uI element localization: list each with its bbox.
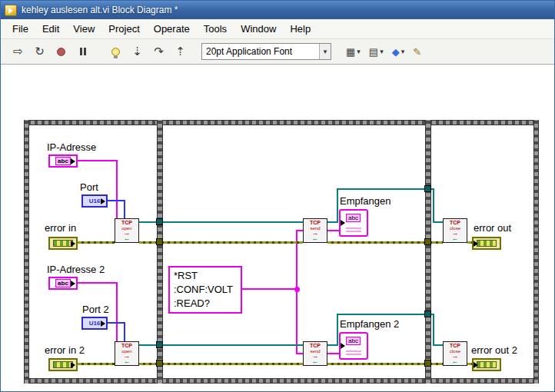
error-in-2-control[interactable]: [48, 358, 78, 371]
title-bar[interactable]: kehley auslesen alt.vi Block Diagram *: [1, 1, 554, 19]
tcp-close-node-1[interactable]: TCP close →←: [443, 218, 467, 243]
lightbulb-icon: [111, 48, 120, 56]
run-continuous-button[interactable]: ↻: [30, 42, 49, 61]
step-into-button[interactable]: ⇣: [128, 42, 147, 61]
wire-ip-string[interactable]: [78, 160, 118, 161]
wire-error-1[interactable]: [78, 241, 115, 244]
wire-port2-numeric[interactable]: [108, 322, 125, 324]
wire-received-string[interactable]: [327, 230, 339, 231]
tcp-arrows-icon: →←: [115, 354, 138, 364]
step-over-button[interactable]: ↷: [149, 42, 168, 61]
menu-view[interactable]: View: [66, 21, 101, 37]
menu-tools[interactable]: Tools: [197, 21, 234, 37]
tunnel[interactable]: [156, 360, 163, 367]
tcp-close-node-2[interactable]: TCP close →←: [443, 341, 467, 366]
block-diagram-canvas[interactable]: IP-Adresse abc Port U16 error in IP-Adre…: [1, 65, 554, 391]
string-control-ip[interactable]: abc: [48, 154, 78, 168]
string-constant-scpi[interactable]: *RST :CONF:VOLT :READ?: [168, 266, 242, 314]
wire-error-2[interactable]: [78, 363, 115, 365]
wire-connection-1[interactable]: [337, 188, 338, 223]
cleanup-diagram-button[interactable]: ✎: [410, 42, 424, 61]
sequence-frame-divider-2[interactable]: [425, 120, 431, 384]
wire-connection-2[interactable]: [433, 344, 443, 346]
wire-error-1[interactable]: [139, 241, 303, 244]
wire-ip2-string[interactable]: [116, 282, 118, 341]
menu-help[interactable]: Help: [283, 21, 317, 37]
labview-icon: [5, 5, 17, 16]
indicator-arrow-icon: [341, 343, 348, 349]
error-in-control[interactable]: [48, 237, 78, 250]
string-control-ip2[interactable]: abc: [48, 277, 78, 290]
wire-connection-1[interactable]: [337, 188, 434, 190]
abort-button[interactable]: [52, 42, 71, 61]
tcp-arrows-icon: →←: [444, 354, 467, 364]
wire-connection-2[interactable]: [433, 314, 434, 346]
wire-ip-string[interactable]: [116, 160, 118, 218]
run-button[interactable]: ⇨: [8, 42, 28, 61]
menu-operate[interactable]: Operate: [147, 21, 197, 37]
wire-command-string[interactable]: [296, 230, 303, 231]
u16-control-port2[interactable]: U16: [81, 317, 108, 330]
step-out-button[interactable]: ⇡: [171, 42, 190, 61]
tunnel[interactable]: [156, 238, 163, 245]
chevron-down-icon[interactable]: ▾: [319, 44, 331, 59]
sequence-border-right[interactable]: [533, 120, 539, 384]
tunnel[interactable]: [424, 360, 431, 367]
sequence-border-top[interactable]: [24, 120, 539, 125]
sequence-border-bottom[interactable]: [24, 378, 539, 384]
menu-bar: File Edit View Project Operate Tools Win…: [1, 19, 554, 39]
pause-button[interactable]: [73, 42, 92, 61]
error-out-indicator[interactable]: [472, 237, 501, 250]
wire-junction-dot[interactable]: [294, 287, 300, 292]
menu-edit[interactable]: Edit: [35, 21, 66, 37]
error-out-2-indicator[interactable]: [472, 358, 501, 371]
tunnel[interactable]: [156, 218, 163, 225]
tunnel[interactable]: [156, 341, 163, 348]
reorder-button[interactable]: ◆ ▾: [389, 42, 408, 61]
align-objects-button[interactable]: ▦ ▾: [343, 42, 364, 61]
wire-command-string[interactable]: [296, 353, 303, 354]
tunnel[interactable]: [424, 238, 431, 245]
wire-connection-2[interactable]: [337, 314, 338, 346]
tcp-open-node-2[interactable]: TCP open →←: [115, 341, 139, 366]
step-out-icon: ⇡: [175, 45, 185, 58]
wire-port-numeric[interactable]: [124, 200, 125, 218]
font-selector[interactable]: 20pt Application Font ▾: [201, 43, 331, 60]
wire-connection-2[interactable]: [337, 314, 434, 315]
tcp-send-node-1[interactable]: TCP send →←: [303, 218, 327, 243]
menu-project[interactable]: Project: [101, 21, 146, 37]
tcp-open-node-1[interactable]: TCP open →←: [115, 218, 139, 243]
step-into-icon: ⇣: [132, 45, 142, 58]
highlight-execution-button[interactable]: [106, 42, 125, 61]
wire-port2-numeric[interactable]: [124, 322, 125, 341]
tcp-send-node-2[interactable]: TCP send →←: [303, 341, 327, 366]
menu-window[interactable]: Window: [234, 21, 283, 37]
abort-icon: [57, 48, 65, 56]
string-indicator-empfangen[interactable]: abc: [339, 209, 368, 237]
u16-control-port[interactable]: U16: [81, 194, 108, 208]
wire-connection-1[interactable]: [433, 188, 434, 223]
wire-command-string[interactable]: [242, 288, 297, 290]
menu-file[interactable]: File: [5, 21, 35, 37]
distribute-objects-button[interactable]: ▤ ▾: [366, 42, 387, 61]
u16-icon: U16: [89, 320, 101, 327]
chevron-down-icon: ▾: [401, 48, 405, 55]
labview-window: kehley auslesen alt.vi Block Diagram * F…: [0, 0, 555, 392]
tunnel[interactable]: [424, 185, 431, 192]
wire-connection-1[interactable]: [433, 221, 443, 223]
indicator-arrow-icon: [474, 241, 481, 247]
toolbar: ⇨ ↻ ⇣ ↷ ⇡ 20pt Application Font ▾ ▦ ▾ ▤ …: [1, 39, 554, 65]
wire-port-numeric[interactable]: [108, 200, 125, 201]
step-over-icon: ↷: [154, 45, 164, 58]
control-arrow-icon: [71, 241, 78, 247]
wire-ip2-string[interactable]: [78, 282, 118, 284]
wire-connection-2[interactable]: [139, 344, 303, 346]
label-error-in: error in: [45, 222, 76, 234]
string-indicator-empfangen-2[interactable]: abc: [339, 332, 368, 360]
wire-received2-string[interactable]: [327, 353, 339, 354]
wire-connection-1[interactable]: [139, 221, 303, 223]
tunnel[interactable]: [424, 311, 431, 317]
wire-error-2[interactable]: [139, 363, 303, 365]
sequence-border-left[interactable]: [24, 120, 29, 384]
wire-command-string[interactable]: [296, 230, 297, 354]
